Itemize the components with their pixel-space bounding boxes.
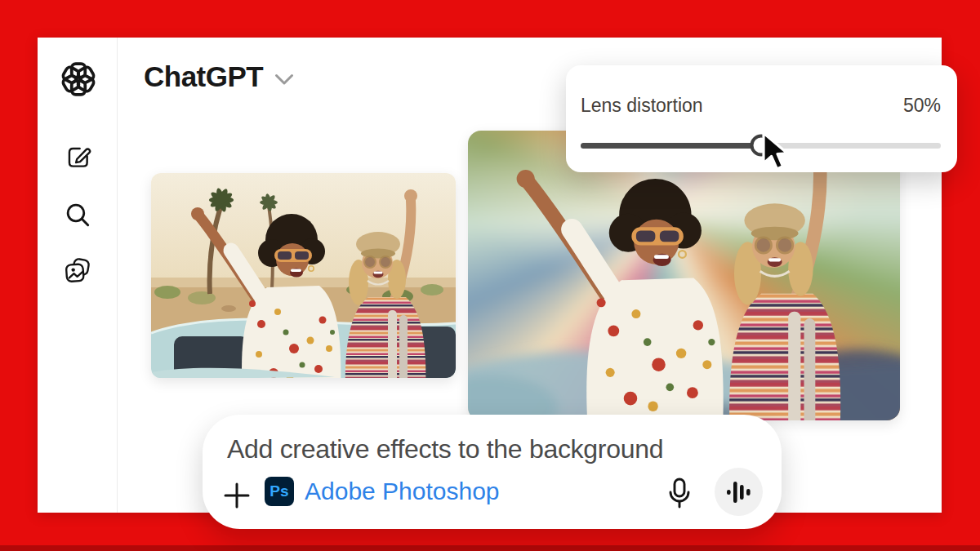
library-button[interactable] bbox=[61, 254, 94, 287]
new-chat-icon bbox=[64, 143, 93, 172]
composer: Add creative effects to the background P… bbox=[203, 415, 782, 529]
composer-input[interactable]: Add creative effects to the background bbox=[227, 434, 663, 464]
app-name-label: Adobe Photoshop bbox=[305, 478, 500, 505]
openai-logo-icon bbox=[60, 61, 96, 97]
attach-button[interactable] bbox=[220, 479, 253, 512]
model-switcher[interactable]: ChatGPT bbox=[144, 60, 294, 93]
photoshop-icon: Ps bbox=[265, 477, 294, 506]
dictate-button[interactable] bbox=[662, 476, 697, 512]
original-photo[interactable] bbox=[151, 173, 456, 378]
page-title: ChatGPT bbox=[144, 60, 263, 93]
marketing-frame: ChatGPT bbox=[0, 0, 980, 551]
search-button[interactable] bbox=[61, 198, 94, 231]
voice-mode-button[interactable] bbox=[715, 468, 763, 516]
edited-photo-figures bbox=[468, 131, 900, 420]
lens-distortion-label: Lens distortion bbox=[581, 95, 703, 117]
chevron-down-icon bbox=[274, 73, 294, 86]
frame-bottom-strip bbox=[0, 545, 980, 551]
slider-fill bbox=[581, 143, 761, 149]
new-chat-button[interactable] bbox=[62, 141, 95, 174]
microphone-icon bbox=[663, 476, 696, 512]
search-icon bbox=[63, 200, 92, 229]
voice-waveform-icon bbox=[724, 478, 755, 506]
lens-distortion-panel: Lens distortion 50% bbox=[566, 65, 957, 172]
sidebar-divider bbox=[117, 38, 118, 513]
lens-distortion-value: 50% bbox=[903, 95, 941, 117]
slider-thumb[interactable] bbox=[750, 135, 772, 157]
library-icon bbox=[63, 256, 92, 285]
adobe-photoshop-chip[interactable]: Ps Adobe Photoshop bbox=[265, 477, 500, 506]
lens-distortion-slider[interactable] bbox=[581, 135, 941, 156]
edited-photo[interactable] bbox=[468, 131, 900, 420]
plus-icon bbox=[223, 482, 251, 509]
